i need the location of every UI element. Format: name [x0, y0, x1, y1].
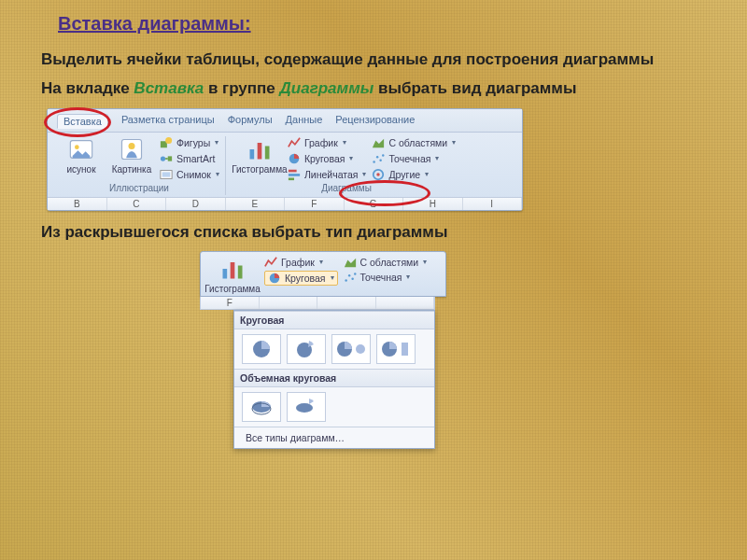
area-chart-button[interactable]: С областями▾	[372, 136, 456, 149]
tab-page-layout[interactable]: Разметка страницы	[121, 114, 215, 129]
svg-point-19	[380, 159, 382, 161]
svg-rect-14	[289, 169, 297, 172]
svg-rect-23	[223, 269, 228, 279]
line-chart-button[interactable]: График▾	[288, 136, 367, 149]
chevron-down-icon: ▾	[406, 273, 410, 281]
screenshot-icon	[160, 168, 173, 181]
chevron-down-icon: ▾	[349, 154, 353, 162]
svg-rect-36	[402, 343, 408, 356]
chevron-down-icon: ▾	[331, 273, 334, 282]
histogram-button[interactable]: Гистограмма	[206, 256, 259, 294]
ribbon-group-illustrations: исунок Картинка Фигуры▾ SmartArt Снимок▾…	[53, 136, 226, 195]
pie-type-basic[interactable]	[242, 334, 281, 364]
area-chart-button[interactable]: С областями▾	[344, 256, 428, 269]
hbar-chart-icon	[288, 168, 301, 181]
chevron-down-icon: ▾	[216, 170, 219, 178]
pie-of-pie-icon	[336, 339, 366, 359]
picture-icon	[68, 136, 94, 162]
chevron-down-icon: ▾	[362, 170, 366, 178]
instruction-step-3: Из раскрывшегося списка выбрать тип диаг…	[41, 222, 706, 242]
pie3d-exploded-icon	[294, 397, 318, 417]
svg-rect-9	[162, 172, 171, 176]
excel-ribbon-screenshot: Вставка Разметка страницы Формулы Данные…	[47, 108, 523, 211]
group-label-charts: Диаграммы	[321, 183, 372, 193]
pie-basic-icon	[249, 339, 274, 359]
scatter-chart-icon	[372, 152, 385, 165]
keyword-insert: Вставка	[134, 79, 204, 97]
other-charts-button[interactable]: Другие▾	[372, 168, 456, 181]
clipart-button[interactable]: Картинка	[109, 136, 154, 175]
chevron-down-icon: ▾	[435, 154, 439, 162]
pie-type-exploded[interactable]	[287, 334, 326, 364]
svg-rect-24	[231, 262, 235, 279]
svg-point-6	[161, 156, 165, 161]
svg-point-39	[296, 403, 313, 413]
svg-point-30	[354, 273, 356, 274]
tab-review[interactable]: Рецензирование	[335, 114, 415, 129]
svg-point-3	[129, 143, 135, 149]
pie-chart-button[interactable]: Круговая▾	[288, 152, 367, 165]
tab-data[interactable]: Данные	[286, 114, 323, 129]
shapes-button[interactable]: Фигуры▾	[160, 136, 219, 149]
pie-type-bar-of-pie[interactable]	[376, 334, 416, 364]
other-charts-icon	[372, 168, 385, 181]
menu-section-3d-pie: Объемная круговая	[234, 369, 434, 387]
pie-chart-icon	[288, 152, 301, 165]
area-chart-icon	[372, 136, 385, 149]
chart-dropdown-screenshot: Гистограмма График▾ Круговая▾ С областям…	[200, 251, 706, 449]
group-label-illustrations: Иллюстрации	[109, 183, 169, 193]
instruction-step-2: На вкладке Вставка в группе Диаграммы вы…	[41, 78, 706, 98]
smartart-button[interactable]: SmartArt	[160, 152, 219, 165]
svg-point-34	[356, 344, 365, 354]
chevron-down-icon: ▾	[452, 138, 456, 147]
svg-rect-12	[265, 146, 270, 159]
line-chart-icon	[264, 256, 277, 269]
chevron-down-icon: ▾	[423, 258, 427, 266]
svg-rect-15	[289, 174, 300, 176]
chevron-down-icon: ▾	[343, 138, 346, 147]
svg-point-22	[377, 173, 381, 176]
svg-point-17	[374, 161, 375, 162]
pie-chart-button-selected[interactable]: Круговая▾	[264, 271, 338, 286]
area-chart-icon	[344, 256, 357, 269]
tab-formulas[interactable]: Формулы	[228, 114, 273, 129]
scatter-chart-button[interactable]: Точечная▾	[344, 271, 428, 284]
pie3d-type-basic[interactable]	[242, 392, 281, 422]
svg-rect-16	[289, 177, 294, 180]
bar-of-pie-icon	[381, 339, 411, 359]
smartart-icon	[160, 152, 173, 165]
picture-from-file-button[interactable]: исунок	[59, 136, 104, 175]
scatter-chart-button[interactable]: Точечная▾	[372, 152, 456, 165]
pie3d-type-exploded[interactable]	[287, 392, 326, 422]
pie-chart-type-menu: Круговая Объемная круговая Все типы диаг…	[233, 310, 435, 449]
svg-point-27	[345, 279, 346, 281]
ribbon-group-charts: Гистограмма График▾ Круговая▾ Линейчатая…	[232, 136, 461, 195]
pie-type-of-pie[interactable]	[331, 334, 371, 364]
svg-rect-10	[249, 149, 254, 160]
pie-exploded-icon	[294, 339, 318, 359]
bar-chart-icon	[247, 136, 273, 162]
all-chart-types-button[interactable]: Все типы диаграмм…	[234, 427, 434, 448]
svg-point-28	[347, 274, 349, 276]
screenshot-button[interactable]: Снимок▾	[160, 168, 219, 181]
svg-rect-11	[258, 143, 262, 160]
svg-point-1	[75, 145, 79, 149]
line-chart-button[interactable]: График▾	[264, 256, 338, 269]
instruction-step-1: Выделить ячейки таблицы, содержащие данн…	[41, 49, 706, 69]
menu-section-2d-pie: Круговая	[234, 311, 434, 329]
chevron-down-icon: ▾	[319, 258, 323, 266]
pie3d-basic-icon	[249, 397, 274, 417]
column-headers: F	[200, 297, 435, 310]
tab-insert[interactable]: Вставка	[57, 114, 108, 129]
bar-chart-button[interactable]: Линейчатая▾	[288, 168, 367, 181]
histogram-button[interactable]: Гистограмма	[237, 136, 282, 175]
svg-point-20	[382, 154, 384, 156]
shapes-icon	[160, 136, 173, 149]
page-title: Вставка диаграммы:	[58, 13, 706, 35]
bar-chart-icon	[219, 256, 246, 282]
svg-rect-25	[238, 265, 243, 278]
svg-point-29	[351, 277, 353, 279]
scatter-chart-icon	[344, 271, 357, 284]
chevron-down-icon: ▾	[215, 138, 218, 147]
pie-chart-icon	[268, 272, 281, 285]
